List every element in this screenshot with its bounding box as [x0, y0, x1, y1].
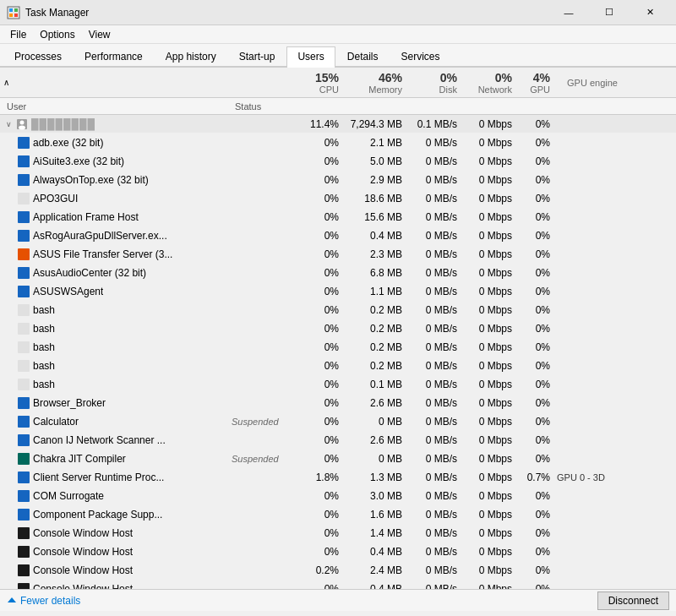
gpuengine-label: GPU engine — [567, 78, 618, 88]
process-cpu: 0% — [296, 137, 342, 149]
menu-bar: File Options View — [0, 25, 676, 44]
table-row[interactable]: Client Server Runtime Proc...1.8%1.3 MB0… — [0, 468, 676, 487]
table-row[interactable]: bash0%0.2 MB0 MB/s0 Mbps0% — [0, 301, 676, 319]
table-row[interactable]: COM Surrogate0%3.0 MB0 MB/s0 Mbps0% — [0, 487, 676, 505]
svg-rect-10 — [18, 174, 30, 186]
col-status-header[interactable] — [228, 68, 296, 97]
parent-disk: 0.1 MB/s — [406, 118, 461, 130]
process-gpu: 0% — [515, 416, 553, 428]
parent-row[interactable]: ∨ ████████ 11.4% 7,294.3 MB 0.1 MB/s 0 M… — [0, 115, 676, 134]
process-name: bash — [33, 304, 55, 316]
table-row[interactable]: Console Window Host0%1.4 MB0 MB/s0 Mbps0… — [0, 524, 676, 542]
process-memory: 0.1 MB — [342, 379, 406, 390]
process-name-cell: bash — [0, 322, 228, 335]
table-row[interactable]: AsRogAuraGpuDllServer.ex...0%0.4 MB0 MB/… — [0, 226, 676, 245]
process-cpu: 0% — [296, 434, 342, 446]
svg-rect-24 — [18, 434, 30, 446]
process-cpu: 0% — [296, 193, 342, 204]
fewer-details-button[interactable]: Fewer details — [7, 595, 80, 607]
table-row[interactable]: ASUSWSAgent0%1.1 MB0 MB/s0 Mbps0% — [0, 282, 676, 301]
table-row[interactable]: AiSuite3.exe (32 bit)0%5.0 MB0 MB/s0 Mbp… — [0, 152, 676, 171]
process-icon — [17, 266, 30, 280]
process-gpu: 0% — [515, 527, 553, 539]
process-cpu: 0% — [296, 323, 342, 335]
table-row[interactable]: Console Window Host0%0.4 MB0 MB/s0 Mbps0… — [0, 542, 676, 561]
process-name-cell: Client Server Runtime Proc... — [0, 471, 228, 484]
process-name: AlwaysOnTop.exe (32 bit) — [33, 174, 149, 186]
disconnect-button[interactable]: Disconnect — [597, 591, 669, 610]
table-row[interactable]: Canon IJ Network Scanner ...0%2.6 MB0 MB… — [0, 431, 676, 450]
table-row[interactable]: AsusAudioCenter (32 bit)0%6.8 MB0 MB/s0 … — [0, 264, 676, 282]
tab-performance[interactable]: Performance — [74, 46, 154, 66]
process-cpu: 0% — [296, 546, 342, 558]
user-col-label[interactable]: User — [3, 101, 232, 112]
tab-processes[interactable]: Processes — [3, 46, 73, 66]
process-icon — [17, 582, 30, 590]
process-network: 0 Mbps — [461, 509, 515, 521]
process-name-cell: bash — [0, 359, 228, 373]
tab-users[interactable]: Users — [286, 46, 335, 68]
svg-rect-20 — [18, 360, 30, 372]
col-gpuengine-header[interactable]: GPU engine — [553, 68, 621, 97]
process-memory: 0 MB — [342, 416, 406, 428]
expand-icon[interactable]: ∨ — [3, 119, 14, 129]
tab-app-history[interactable]: App history — [155, 46, 227, 66]
process-memory: 0 MB — [342, 453, 406, 465]
process-table[interactable]: ∨ ████████ 11.4% 7,294.3 MB 0.1 MB/s 0 M… — [0, 115, 676, 589]
table-row[interactable]: adb.exe (32 bit)0%2.1 MB0 MB/s0 Mbps0% — [0, 134, 676, 152]
col-memory-header[interactable]: 46% Memory — [342, 68, 406, 97]
table-row[interactable]: Chakra JIT CompilerSuspended0%0 MB0 MB/s… — [0, 450, 676, 468]
process-cpu: 0% — [296, 248, 342, 260]
process-name: AsRogAuraGpuDllServer.ex... — [33, 230, 167, 242]
process-gpu: 0% — [515, 174, 553, 186]
window-title: Task Manager — [25, 7, 549, 19]
close-button[interactable]: ✕ — [630, 0, 669, 25]
menu-file[interactable]: File — [3, 27, 33, 42]
process-network: 0 Mbps — [461, 472, 515, 483]
memory-label: Memory — [368, 84, 402, 95]
tab-details[interactable]: Details — [336, 46, 390, 66]
table-row[interactable]: AlwaysOnTop.exe (32 bit)0%2.9 MB0 MB/s0 … — [0, 171, 676, 189]
tab-services[interactable]: Services — [390, 46, 450, 66]
process-gpu: 0% — [515, 230, 553, 242]
table-row[interactable]: Console Window Host0.2%2.4 MB0 MB/s0 Mbp… — [0, 561, 676, 580]
menu-options[interactable]: Options — [33, 27, 81, 42]
process-gpu: 0% — [515, 490, 553, 502]
process-network: 0 Mbps — [461, 211, 515, 223]
table-row[interactable]: bash0%0.1 MB0 MB/s0 Mbps0% — [0, 375, 676, 394]
status-col-label[interactable]: Status — [232, 101, 299, 112]
table-row[interactable]: APO3GUI0%18.6 MB0 MB/s0 Mbps0% — [0, 189, 676, 208]
table-row[interactable]: Console Window Host0%0.4 MB0 MB/s0 Mbps0… — [0, 580, 676, 589]
col-cpu-header[interactable]: 15% CPU — [296, 68, 342, 97]
col-gpu-header[interactable]: 4% GPU — [515, 68, 553, 97]
table-row[interactable]: Browser_Broker0%2.6 MB0 MB/s0 Mbps0% — [0, 394, 676, 412]
col-disk-header[interactable]: 0% Disk — [406, 68, 461, 97]
process-memory: 2.1 MB — [342, 137, 406, 149]
svg-rect-8 — [18, 137, 30, 149]
table-row[interactable]: ASUS File Transfer Server (3...0%2.3 MB0… — [0, 245, 676, 264]
process-network: 0 Mbps — [461, 416, 515, 428]
table-row[interactable]: CalculatorSuspended0%0 MB0 MB/s0 Mbps0% — [0, 412, 676, 431]
gpu-percent: 4% — [533, 71, 550, 84]
process-name: Chakra JIT Compiler — [33, 453, 126, 465]
table-row[interactable]: Component Package Supp...0%1.6 MB0 MB/s0… — [0, 505, 676, 524]
minimize-button[interactable]: — — [549, 0, 588, 25]
table-row[interactable]: Application Frame Host0%15.6 MB0 MB/s0 M… — [0, 208, 676, 226]
table-row[interactable]: bash0%0.2 MB0 MB/s0 Mbps0% — [0, 319, 676, 338]
process-memory: 1.1 MB — [342, 286, 406, 297]
process-name: bash — [33, 341, 55, 353]
menu-view[interactable]: View — [82, 27, 117, 42]
maximize-button[interactable]: ☐ — [590, 0, 629, 25]
col-user-header[interactable]: ∧ — [0, 68, 228, 97]
col-network-header[interactable]: 0% Network — [461, 68, 515, 97]
tab-startup[interactable]: Start-up — [228, 46, 286, 66]
process-memory: 15.6 MB — [342, 211, 406, 223]
process-gpu: 0% — [515, 304, 553, 316]
process-memory: 0.2 MB — [342, 360, 406, 372]
table-row[interactable]: bash0%0.2 MB0 MB/s0 Mbps0% — [0, 338, 676, 357]
process-gpu: 0% — [515, 509, 553, 521]
column-subheader: User Status — [0, 98, 676, 115]
table-row[interactable]: bash0%0.2 MB0 MB/s0 Mbps0% — [0, 357, 676, 375]
process-cpu: 0% — [296, 341, 342, 353]
process-network: 0 Mbps — [461, 137, 515, 149]
